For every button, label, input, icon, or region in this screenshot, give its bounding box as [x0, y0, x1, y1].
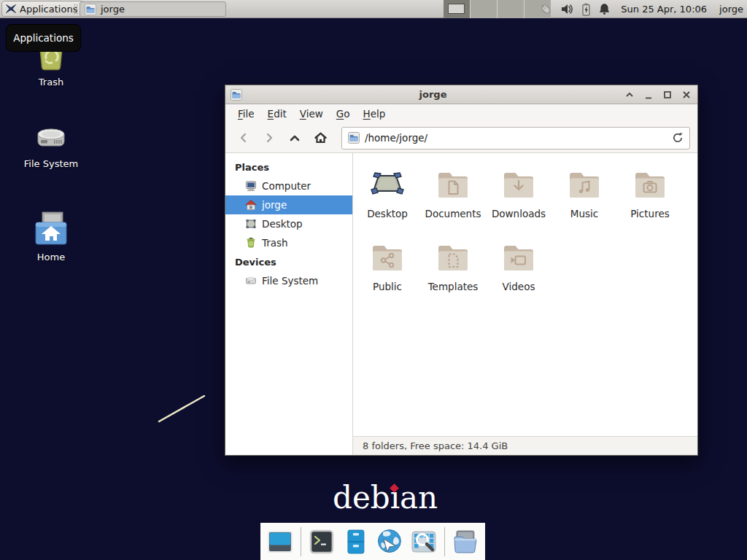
notification-bell-icon[interactable]	[598, 3, 611, 15]
reload-icon[interactable]	[672, 132, 684, 144]
menu-view[interactable]: View	[293, 104, 330, 123]
panel-handle	[74, 4, 77, 14]
menu-file[interactable]: File	[231, 104, 261, 123]
public-folder-icon	[370, 239, 405, 274]
desktop-icon-label: File System	[24, 158, 78, 169]
music-folder-icon	[567, 166, 602, 201]
web-browser-icon[interactable]	[376, 528, 403, 556]
status-bar: 8 folders, Free space: 14.4 GiB	[353, 436, 697, 455]
desktop-icon-file-system[interactable]: File System	[15, 120, 88, 169]
workspace-switcher	[444, 0, 551, 18]
menu-go[interactable]: Go	[330, 104, 357, 123]
shade-button[interactable]	[624, 89, 635, 101]
applications-menu-label: Applications	[20, 4, 77, 15]
taskbar-window-button[interactable]: jorge	[80, 1, 226, 17]
home-folder-icon	[32, 210, 70, 248]
file-manager-window: jorge File Edit View Go Help	[225, 85, 698, 456]
sidebar-item-file-system[interactable]: File System	[225, 271, 352, 290]
dock-separator	[444, 527, 445, 556]
status-text: 8 folders, Free space: 14.4 GiB	[363, 440, 508, 451]
directory-menu-icon[interactable]	[452, 528, 479, 556]
sidebar: Places Computer jorge Desktop Trash Devi…	[225, 153, 353, 455]
file-item-desktop[interactable]: Desktop	[355, 163, 420, 236]
top-panel: Applications jorge	[0, 0, 747, 18]
terminal-icon[interactable]	[308, 528, 336, 556]
sidebar-item-trash[interactable]: Trash	[225, 233, 352, 252]
file-item-music[interactable]: Music	[551, 163, 617, 236]
workspace-window-thumbnail	[448, 4, 465, 14]
file-item-videos[interactable]: Videos	[486, 236, 551, 309]
file-item-pictures[interactable]: Pictures	[617, 163, 683, 236]
window-icon	[231, 89, 242, 101]
sidebar-devices-header: Devices	[225, 252, 352, 271]
desktop-folder-icon	[370, 166, 405, 201]
panel-username: jorge	[719, 4, 743, 15]
trash-icon	[245, 237, 257, 249]
debian-logo-text: deb	[333, 480, 390, 516]
applications-tooltip-text: Applications	[13, 32, 73, 44]
window-title: jorge	[247, 89, 619, 100]
maximize-button[interactable]	[662, 89, 673, 101]
home-button[interactable]	[309, 127, 331, 149]
taskbar-window-label: jorge	[101, 4, 125, 15]
workspace-1[interactable]	[444, 0, 471, 18]
minimize-button[interactable]	[643, 89, 654, 101]
home-icon	[245, 199, 257, 211]
workspace-2[interactable]	[471, 0, 498, 18]
file-view: Desktop Documents Downloads Music Pictur…	[353, 153, 697, 455]
applications-menu-icon	[5, 3, 17, 15]
location-path[interactable]: /home/jorge/	[365, 132, 667, 144]
documents-folder-icon	[436, 166, 471, 201]
pictures-folder-icon	[632, 166, 667, 201]
file-item-downloads[interactable]: Downloads	[486, 163, 551, 236]
downloads-folder-icon	[501, 166, 536, 201]
bottom-dock	[260, 523, 485, 560]
file-item-templates[interactable]: Templates	[420, 236, 486, 309]
window-folder-icon	[85, 4, 96, 15]
file-grid[interactable]: Desktop Documents Downloads Music Pictur…	[353, 153, 697, 436]
volume-icon[interactable]	[560, 3, 574, 15]
desktop-icon	[245, 218, 257, 230]
toolbar: /home/jorge/	[225, 123, 697, 153]
location-folder-icon	[348, 132, 360, 144]
templates-folder-icon	[436, 239, 471, 274]
dock-separator	[301, 527, 301, 556]
application-finder-icon[interactable]	[410, 528, 438, 556]
close-button[interactable]	[681, 89, 692, 101]
applications-tooltip: Applications	[6, 24, 81, 52]
mouse-tray-icon[interactable]	[538, 3, 554, 16]
desktop-icon-label: Home	[37, 252, 65, 262]
wallpaper-line	[150, 389, 212, 429]
back-button[interactable]	[233, 127, 255, 149]
sidebar-places-header: Places	[225, 158, 352, 176]
window-titlebar[interactable]: jorge	[225, 85, 697, 104]
home-icon	[314, 131, 328, 144]
debian-logo-i: ı	[390, 480, 400, 516]
file-cabinet-icon[interactable]	[342, 528, 370, 556]
location-bar[interactable]: /home/jorge/	[341, 127, 690, 149]
forward-icon	[263, 131, 276, 144]
window-body: Places Computer jorge Desktop Trash Devi…	[225, 153, 697, 455]
desktop-icon-home[interactable]: Home	[15, 210, 88, 262]
menu-edit[interactable]: Edit	[261, 104, 293, 123]
menu-help[interactable]: Help	[357, 104, 392, 123]
hard-drive-icon	[32, 120, 70, 155]
file-item-public[interactable]: Public	[355, 236, 420, 309]
sidebar-item-jorge[interactable]: jorge	[225, 195, 352, 214]
debian-logo-text: an	[400, 480, 438, 516]
forward-button[interactable]	[258, 127, 280, 149]
hard-drive-icon	[245, 275, 257, 287]
sidebar-item-computer[interactable]: Computer	[225, 176, 352, 195]
computer-icon	[245, 180, 257, 192]
battery-icon[interactable]	[581, 3, 592, 16]
file-item-documents[interactable]: Documents	[420, 163, 486, 236]
workspace-3[interactable]	[498, 0, 525, 18]
panel-clock[interactable]: Sun 25 Apr, 10:06	[621, 4, 707, 15]
sidebar-item-desktop[interactable]: Desktop	[225, 214, 352, 233]
debian-logo: debıan	[333, 480, 438, 516]
applications-menu-button[interactable]: Applications	[1, 1, 84, 17]
show-desktop-icon[interactable]	[266, 528, 294, 556]
system-tray: Sun 25 Apr, 10:06 jorge	[538, 0, 743, 18]
up-button[interactable]	[284, 127, 306, 149]
window-controls	[624, 89, 692, 101]
